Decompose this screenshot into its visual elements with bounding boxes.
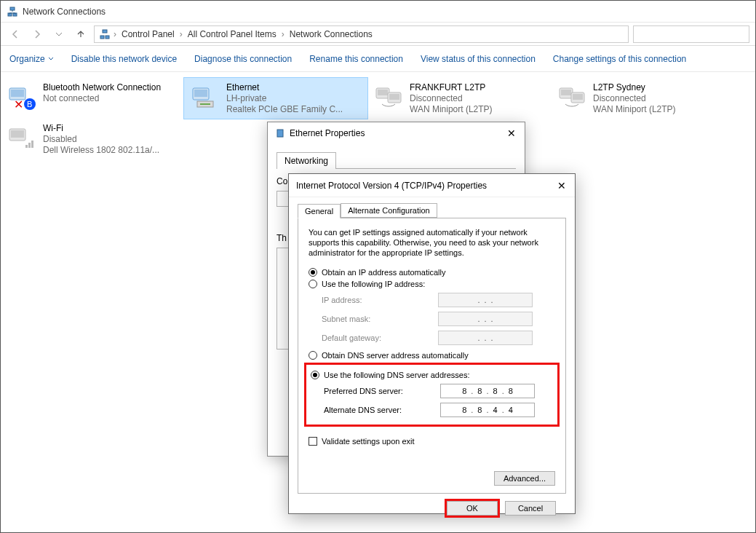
dialog-title: Internet Protocol Version 4 (TCP/IPv4) P… xyxy=(296,181,487,191)
svg-rect-21 xyxy=(573,94,583,100)
connection-name: Ethernet xyxy=(226,82,343,93)
recent-button[interactable] xyxy=(50,25,68,43)
svg-rect-2 xyxy=(10,7,15,10)
rename-button[interactable]: Rename this connection xyxy=(309,54,403,64)
network-icon xyxy=(7,6,18,17)
tab-general[interactable]: General xyxy=(298,204,341,218)
ok-button[interactable]: OK xyxy=(447,501,498,516)
svg-rect-19 xyxy=(561,90,571,95)
connection-item-ethernet[interactable]: Ethernet LH-private Realtek PCIe GBE Fam… xyxy=(184,78,367,119)
gateway-input: ... xyxy=(438,331,533,345)
command-bar: Organize Disable this network device Dia… xyxy=(1,46,755,72)
radio-dns-manual[interactable]: Use the following DNS server addresses: xyxy=(311,371,553,379)
svg-rect-7 xyxy=(11,90,24,97)
connection-name: Wi-Fi xyxy=(43,123,159,134)
tab-networking[interactable]: Networking xyxy=(276,152,336,169)
change-settings-button[interactable]: Change settings of this connection xyxy=(553,54,686,64)
close-button[interactable]: ✕ xyxy=(506,127,517,139)
connection-item-frankfurt[interactable]: FRANKFURT L2TP Disconnected WAN Miniport… xyxy=(367,78,551,119)
connection-status: LH-private xyxy=(226,93,343,104)
advanced-button[interactable]: Advanced... xyxy=(494,471,555,486)
radio-ip-auto[interactable]: Obtain an IP address automatically xyxy=(309,268,555,277)
ethernet-icon xyxy=(275,128,285,138)
view-status-button[interactable]: View status of this connection xyxy=(421,54,536,64)
ethernet-connection-icon xyxy=(190,82,220,113)
bluetooth-connection-icon: ✕B xyxy=(7,82,37,113)
breadcrumb[interactable]: Network Connections xyxy=(287,29,375,39)
radio-icon xyxy=(309,351,317,360)
vpn-connection-icon xyxy=(557,82,587,113)
connection-status: Disabled xyxy=(43,134,159,145)
diagnose-button[interactable]: Diagnose this connection xyxy=(194,54,292,64)
radio-icon xyxy=(311,371,319,379)
svg-rect-26 xyxy=(31,141,33,148)
connection-device: WAN Miniport (L2TP) xyxy=(593,104,676,115)
back-button[interactable] xyxy=(7,25,24,43)
ip-address-label: IP address: xyxy=(322,296,438,304)
disable-device-button[interactable]: Disable this network device xyxy=(71,54,177,64)
dialog-title: Ethernet Properties xyxy=(290,128,365,138)
connection-status: Not connected xyxy=(43,93,161,104)
gateway-label: Default gateway: xyxy=(322,333,438,342)
tab-alternate[interactable]: Alternate Configuration xyxy=(341,203,437,218)
wifi-connection-icon xyxy=(7,123,37,154)
svg-rect-15 xyxy=(378,90,388,95)
svg-rect-27 xyxy=(277,130,283,137)
radio-icon xyxy=(309,280,317,288)
svg-rect-25 xyxy=(28,143,31,148)
navigation-bar: › Control Panel › All Control Panel Item… xyxy=(1,23,755,46)
radio-icon xyxy=(309,268,317,277)
connection-device: WAN Miniport (L2TP) xyxy=(410,104,493,115)
network-icon xyxy=(99,28,111,40)
svg-rect-24 xyxy=(25,145,28,148)
dns-highlight-box: Use the following DNS server addresses: … xyxy=(304,363,560,427)
organize-menu[interactable]: Organize xyxy=(9,54,54,64)
preferred-dns-label: Preferred DNS server: xyxy=(324,387,440,395)
search-input[interactable] xyxy=(633,25,749,43)
connection-item-bluetooth[interactable]: ✕B Bluetooth Network Connection Not conn… xyxy=(1,78,184,119)
forward-button[interactable] xyxy=(28,25,46,43)
radio-dns-auto[interactable]: Obtain DNS server address automatically xyxy=(309,351,555,360)
checkbox-icon xyxy=(309,437,317,446)
up-button[interactable] xyxy=(72,25,89,43)
subnet-input: ... xyxy=(438,312,533,326)
connection-item-wifi[interactable]: Wi-Fi Disabled Dell Wireless 1802 802.11… xyxy=(1,119,184,159)
address-bar[interactable]: › Control Panel › All Control Panel Item… xyxy=(94,25,629,43)
subnet-label: Subnet mask: xyxy=(322,315,438,323)
alternate-dns-input[interactable]: 8.8.4.4 xyxy=(440,403,535,417)
connection-device: Realtek PCIe GBE Family C... xyxy=(226,104,343,115)
svg-rect-5 xyxy=(103,30,107,33)
breadcrumb[interactable]: All Control Panel Items xyxy=(186,29,279,39)
radio-ip-manual[interactable]: Use the following IP address: xyxy=(309,280,555,288)
svg-rect-17 xyxy=(389,94,399,100)
close-button[interactable]: ✕ xyxy=(556,180,568,192)
window-title: Network Connections xyxy=(23,7,106,17)
breadcrumb[interactable]: Control Panel xyxy=(119,29,177,39)
svg-text:✕: ✕ xyxy=(14,98,23,111)
intro-text: You can get IP settings assigned automat… xyxy=(309,227,555,258)
preferred-dns-input[interactable]: 8.8.8.8 xyxy=(440,384,535,398)
svg-rect-3 xyxy=(100,36,104,39)
validate-checkbox[interactable]: Validate settings upon exit xyxy=(309,437,555,446)
vpn-connection-icon xyxy=(373,82,404,113)
connection-status: Disconnected xyxy=(410,93,493,104)
svg-rect-4 xyxy=(106,36,109,39)
svg-rect-23 xyxy=(11,130,24,138)
chevron-down-icon xyxy=(48,56,54,62)
ipv4-properties-dialog: Internet Protocol Version 4 (TCP/IPv4) P… xyxy=(288,173,576,514)
connection-name: L2TP Sydney xyxy=(593,82,676,93)
cancel-button[interactable]: Cancel xyxy=(505,501,556,516)
connection-name: Bluetooth Network Connection xyxy=(43,82,161,93)
connection-device: Dell Wireless 1802 802.11a/... xyxy=(43,145,159,156)
svg-text:B: B xyxy=(27,100,32,108)
window-titlebar: Network Connections xyxy=(1,1,755,23)
alternate-dns-label: Alternate DNS server: xyxy=(324,406,440,414)
ip-address-input: ... xyxy=(438,293,533,307)
connection-name: FRANKFURT L2TP xyxy=(410,82,493,93)
svg-rect-12 xyxy=(194,90,207,97)
connection-status: Disconnected xyxy=(593,93,676,104)
connection-item-sydney[interactable]: L2TP Sydney Disconnected WAN Miniport (L… xyxy=(551,78,734,119)
